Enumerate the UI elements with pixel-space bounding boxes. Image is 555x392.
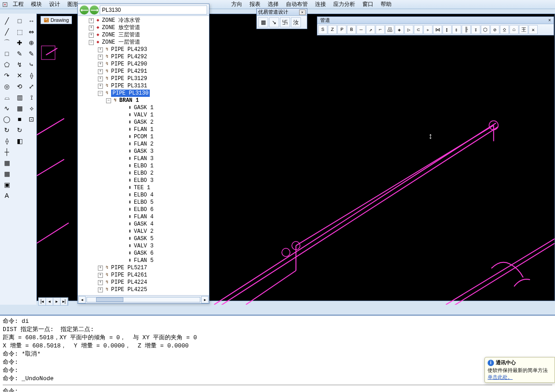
expander-icon[interactable]: + xyxy=(98,84,103,89)
pipe-tool-19[interactable]: ⍚ xyxy=(500,25,509,34)
menu-select[interactable]: 选择 xyxy=(264,0,282,8)
pipe-node[interactable]: +↯PIPE PL5217 xyxy=(80,264,209,271)
expander-icon[interactable]: + xyxy=(98,55,103,60)
left-tool-col1-7[interactable]: ⌓ xyxy=(2,92,12,102)
component-node[interactable]: ▮FLAN 3 xyxy=(80,155,209,162)
pipe-tool-8[interactable]: ✚ xyxy=(395,25,404,34)
component-node[interactable]: ▮ELBO 1 xyxy=(80,162,209,170)
pipe-node[interactable]: +↯PIPE PL4224 xyxy=(80,279,209,286)
tree-scroll-right[interactable]: ▸ xyxy=(201,296,209,303)
component-node[interactable]: ▮GASK 3 xyxy=(80,148,209,155)
left-tool-col1-15[interactable]: ▣ xyxy=(2,180,12,190)
menu-help[interactable]: 帮助 xyxy=(377,0,395,8)
nav-next[interactable]: ▸ xyxy=(53,298,61,305)
component-node[interactable]: ▮ELBO 5 xyxy=(80,199,209,206)
left-tool-col1-13[interactable]: ▦ xyxy=(2,158,12,168)
pipe-tool-6[interactable]: ⌐ xyxy=(376,25,385,34)
pipe-node[interactable]: +↯PIPE PL3129 xyxy=(80,75,209,82)
pipe-node[interactable]: +↯PIPE PL4225 xyxy=(80,286,209,293)
expander-icon[interactable]: − xyxy=(98,91,103,96)
component-node[interactable]: ▮ELBO 2 xyxy=(80,170,209,177)
tree-body[interactable]: +◆ZONE 冷冻水管+◆ZONE 放空管道+◆ZONE 三层管道−◆ZONE … xyxy=(78,16,209,295)
pipe-design-toolbar-close[interactable]: × xyxy=(299,10,306,15)
menu-design[interactable]: 设计 xyxy=(46,0,64,8)
menu-project[interactable]: 工程 xyxy=(9,0,27,8)
left-tool-col3-0[interactable]: ↔ xyxy=(26,16,36,26)
left-tool-col1-6[interactable]: ◎ xyxy=(2,81,12,91)
expander-icon[interactable]: − xyxy=(106,98,111,103)
left-tool-col2-9[interactable]: ■ xyxy=(15,114,25,124)
pipe-tool-5[interactable]: ↗ xyxy=(366,25,375,34)
pipe-tool-7[interactable]: 品 xyxy=(385,25,394,34)
component-node[interactable]: ▮FLAN 2 xyxy=(80,141,209,148)
tree-back-button[interactable]: ⟵ xyxy=(80,5,89,15)
pipe-tool-17[interactable]: ⬡ xyxy=(481,25,490,34)
component-node[interactable]: ▮GASK 4 xyxy=(80,221,209,228)
left-tool-col1-16[interactable]: A xyxy=(2,191,12,201)
pipe-design-btn-1[interactable]: ↘ xyxy=(269,17,279,27)
pipe-node[interactable]: +↯PIPE PL4292 xyxy=(80,53,209,60)
expander-icon[interactable]: + xyxy=(98,280,103,285)
component-node[interactable]: ▮TEE 1 xyxy=(80,184,209,191)
pipe-tool-15[interactable]: ╟ xyxy=(462,25,471,34)
menu-autopipe[interactable]: 自动布管 xyxy=(282,0,311,8)
pipe-tool-10[interactable]: ⊂ xyxy=(414,25,423,34)
left-tool-col1-14[interactable]: ▦ xyxy=(2,169,12,179)
expander-icon[interactable]: + xyxy=(98,76,103,81)
expander-icon[interactable]: + xyxy=(89,18,94,23)
pipe-design-btn-2[interactable]: 卐 xyxy=(280,17,290,27)
pipe-tool-3[interactable]: B xyxy=(347,25,356,34)
left-tool-col2-10[interactable]: ↻ xyxy=(15,125,25,135)
left-tool-col1-9[interactable]: ◯ xyxy=(2,114,12,124)
zone-node[interactable]: +◆ZONE 放空管道 xyxy=(80,24,209,31)
close-doc-icon[interactable]: × xyxy=(3,2,7,7)
left-tool-col1-1[interactable]: ╱ xyxy=(2,27,12,37)
left-tool-col1-8[interactable]: ∿ xyxy=(2,103,12,113)
menu-stress[interactable]: 应力分析 xyxy=(330,0,359,8)
menu-direction[interactable]: 方向 xyxy=(228,0,246,8)
component-node[interactable]: ▮ELBO 6 xyxy=(80,206,209,213)
left-tool-col2-2[interactable]: ✚ xyxy=(15,38,25,48)
expander-icon[interactable]: + xyxy=(98,69,103,74)
expander-icon[interactable]: + xyxy=(98,62,103,67)
nav-last[interactable]: ▸| xyxy=(61,298,68,305)
pipe-tool-16[interactable]: ↧ xyxy=(471,25,480,34)
menu-module[interactable]: 模块 xyxy=(27,0,46,8)
pipe-tool-2[interactable]: P xyxy=(337,25,346,34)
pipe-node[interactable]: +↯PIPE PL4293 xyxy=(80,46,209,53)
left-tool-col2-1[interactable]: ⬚ xyxy=(15,27,25,37)
component-node[interactable]: ▮GASK 6 xyxy=(80,250,209,257)
pipe-node-selected[interactable]: −↯PIPE PL3130 xyxy=(80,90,209,97)
left-tool-col2-11[interactable]: ◧ xyxy=(15,136,25,146)
pipe-design-btn-3[interactable]: 汝 xyxy=(291,17,301,27)
menu-connect[interactable]: 连接 xyxy=(311,0,330,8)
left-tool-col3-7[interactable]: ⟟ xyxy=(26,92,36,102)
left-tool-col3-3[interactable]: ✎ xyxy=(26,49,36,59)
pipe-tool-11[interactable]: ▹ xyxy=(423,25,433,34)
left-tool-col1-11[interactable]: ⟠ xyxy=(2,136,12,146)
left-tool-col1-2[interactable]: ⌒ xyxy=(2,38,12,48)
pipe-tool-4[interactable]: — xyxy=(356,25,366,34)
component-node[interactable]: ▮FLAN 5 xyxy=(80,257,209,264)
pipe-design-btn-0[interactable]: ▦ xyxy=(258,17,268,27)
pipe-node[interactable]: +↯PIPE PL3131 xyxy=(80,82,209,90)
component-node[interactable]: ▮ELBO 4 xyxy=(80,191,209,199)
component-node[interactable]: ▮GASK 2 xyxy=(80,119,209,126)
expander-icon[interactable]: + xyxy=(98,287,103,292)
left-tool-col1-12[interactable]: ┼ xyxy=(2,147,12,157)
pipe-node[interactable]: +↯PIPE PL4290 xyxy=(80,60,209,68)
left-tool-col1-5[interactable]: ↷ xyxy=(2,70,12,80)
menu-window[interactable]: 窗口 xyxy=(359,0,377,8)
command-input[interactable] xyxy=(18,388,552,392)
component-node[interactable]: ▮VALV 2 xyxy=(80,228,209,235)
expander-icon[interactable]: + xyxy=(98,47,103,52)
left-tool-col3-2[interactable]: ⊕ xyxy=(26,38,36,48)
pipe-tool-1[interactable]: Z xyxy=(328,25,337,34)
expander-icon[interactable]: + xyxy=(98,273,103,278)
pipe-tool-20[interactable]: ⌂ xyxy=(509,25,519,34)
component-node[interactable]: ▮VALV 1 xyxy=(80,111,209,119)
left-tool-col3-1[interactable]: ⇔ xyxy=(26,27,36,37)
tree-hscroll-thumb[interactable] xyxy=(96,297,123,302)
component-node[interactable]: ▮VALV 3 xyxy=(80,242,209,250)
left-tool-col2-5[interactable]: ✕ xyxy=(15,70,25,80)
